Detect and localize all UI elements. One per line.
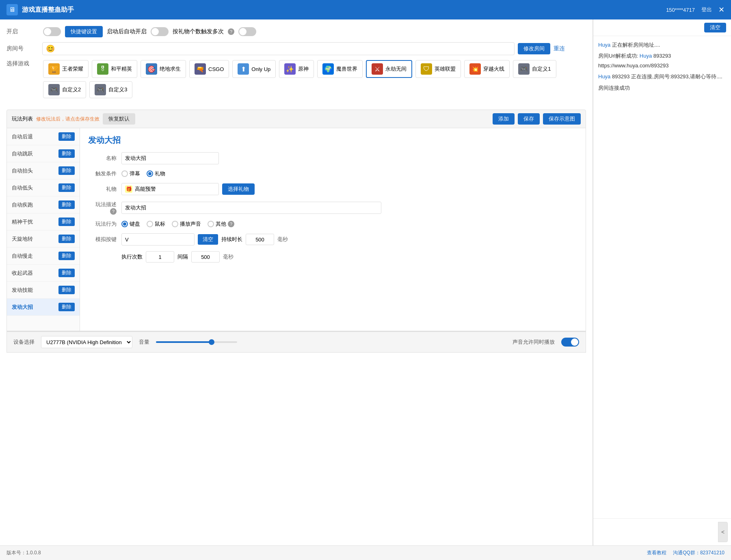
- clear-log-button[interactable]: 清空: [704, 23, 726, 32]
- behavior-keyboard-dot[interactable]: [121, 221, 128, 227]
- collapse-panel-button[interactable]: <: [718, 522, 728, 542]
- gift-icon: 🎁: [125, 185, 132, 193]
- auto-open-toggle[interactable]: [151, 27, 169, 36]
- delete-autosprint-button[interactable]: 删除: [58, 200, 75, 209]
- select-gift-button[interactable]: 选择礼物: [222, 183, 255, 195]
- delete-autowalk-button[interactable]: 删除: [58, 252, 75, 260]
- interval-unit: 毫秒: [223, 253, 234, 261]
- game-icon-csgo: 🔫: [195, 63, 206, 75]
- clear-key-button[interactable]: 清空: [198, 234, 218, 245]
- delete-autojump-button[interactable]: 删除: [58, 149, 75, 158]
- save-play-button[interactable]: 保存: [518, 113, 540, 125]
- interval-input[interactable]: [191, 251, 220, 263]
- hotkey-settings-button[interactable]: 快捷键设置: [65, 26, 103, 37]
- list-item-autolookup[interactable]: 自动抬头 删除: [7, 162, 80, 179]
- qq-group-link[interactable]: 沟通QQ群：823741210: [673, 549, 725, 556]
- desc-input[interactable]: [121, 202, 381, 214]
- volume-slider[interactable]: [156, 341, 237, 343]
- list-item-skill[interactable]: 发动技能 删除: [7, 282, 80, 299]
- room-input-display[interactable]: 😊: [42, 42, 515, 55]
- gift-trigger-help-icon[interactable]: ?: [228, 28, 234, 35]
- restore-default-button[interactable]: 恢复默认: [103, 113, 135, 125]
- close-button[interactable]: ✕: [718, 5, 725, 14]
- delete-autoback-button[interactable]: 删除: [58, 132, 75, 141]
- delete-skill-button[interactable]: 删除: [58, 286, 75, 294]
- list-item-putaway[interactable]: 收起武器 删除: [7, 265, 80, 282]
- game-item-onlyup[interactable]: ⬆ Only Up: [232, 60, 276, 78]
- log-line-4: 房间连接成功: [598, 83, 726, 93]
- gift-trigger-label: 按礼物个数触发多次: [173, 28, 224, 35]
- logout-button[interactable]: 登出: [701, 6, 712, 13]
- game-item-csgo[interactable]: 🔫 CSGO: [189, 60, 229, 78]
- list-item-autoback[interactable]: 自动后退 删除: [7, 128, 80, 145]
- open-label: 开启: [6, 28, 39, 35]
- key-input[interactable]: [121, 233, 195, 246]
- behavior-other[interactable]: 其他 ?: [208, 220, 234, 228]
- game-name-cf: 穿越火线: [483, 65, 504, 73]
- game-item-heping[interactable]: 🎖 和平精英: [92, 60, 137, 78]
- game-item-custom1[interactable]: 🎮 自定义1: [513, 60, 556, 78]
- behavior-other-dot[interactable]: [208, 221, 214, 227]
- add-play-button[interactable]: 添加: [493, 113, 515, 125]
- list-item-mentalattack[interactable]: 精神干扰 删除: [7, 213, 80, 230]
- game-item-wangzhe[interactable]: 🏆 王者荣耀: [43, 60, 89, 78]
- list-item-autosprint[interactable]: 自动疾跑 删除: [7, 196, 80, 213]
- game-item-cf[interactable]: 💥 穿越火线: [464, 60, 510, 78]
- delete-mentalattack-button[interactable]: 删除: [58, 218, 75, 226]
- list-item-autowalk[interactable]: 自动慢走 删除: [7, 248, 80, 265]
- game-item-yongjie[interactable]: ⚔ 永劫无间: [366, 60, 412, 78]
- delete-autolookup-button[interactable]: 删除: [58, 166, 75, 175]
- save-image-button[interactable]: 保存示意图: [543, 113, 581, 125]
- reconnect-button[interactable]: 重连: [554, 45, 586, 52]
- delete-putaway-button[interactable]: 删除: [58, 269, 75, 277]
- room-row: 房间号 😊 修改房间 重连: [6, 42, 586, 55]
- game-icon-custom1: 🎮: [518, 63, 530, 75]
- trigger-gift-dot[interactable]: [147, 170, 153, 177]
- gift-trigger-toggle[interactable]: [238, 27, 256, 36]
- delete-autolookdown-button[interactable]: 删除: [58, 183, 75, 192]
- game-item-custom3[interactable]: 🎮 自定义3: [89, 81, 132, 98]
- app-title: 游戏直播整蛊助手: [22, 6, 666, 14]
- slider-thumb[interactable]: [209, 339, 214, 345]
- behavior-mouse[interactable]: 鼠标: [147, 220, 165, 228]
- duration-input[interactable]: [246, 234, 274, 245]
- list-item-spin[interactable]: 天旋地转 删除: [7, 230, 80, 248]
- name-label: 名称: [88, 155, 117, 162]
- behavior-other-help-icon[interactable]: ?: [228, 221, 234, 227]
- behavior-mouse-dot[interactable]: [147, 221, 153, 227]
- allow-simultaneous-toggle[interactable]: [561, 338, 579, 347]
- title-bar: 🖥 游戏直播整蛊助手 150****4717 登出 ✕: [0, 0, 731, 19]
- game-item-yuanshen[interactable]: ✨ 原神: [279, 60, 314, 78]
- game-item-jueди[interactable]: 🎯 绝地求生: [141, 60, 186, 78]
- list-item-name-skill: 发动技能: [12, 286, 33, 294]
- list-item-ultimate[interactable]: 发动大招 删除: [7, 299, 80, 316]
- list-item-autolookdown[interactable]: 自动低头 删除: [7, 179, 80, 196]
- game-select-grid: 🏆 王者荣耀 🎖 和平精英 🎯 绝地求生 🔫 CSGO ⬆ Only: [43, 60, 586, 98]
- trigger-gift[interactable]: 礼物: [147, 170, 165, 177]
- trigger-danmu-dot[interactable]: [121, 170, 128, 177]
- name-input[interactable]: [121, 152, 219, 164]
- version-label: 版本号：1.0.0.8: [6, 549, 41, 556]
- desc-help-icon[interactable]: ?: [110, 208, 117, 215]
- behavior-label: 玩法行为: [88, 220, 117, 228]
- game-item-moshou[interactable]: 🌍 魔兽世界: [317, 60, 363, 78]
- behavior-sound-dot[interactable]: [172, 221, 178, 227]
- trigger-danmu-label: 弹幕: [130, 170, 140, 177]
- game-name-csgo: CSGO: [208, 66, 224, 72]
- modify-room-button[interactable]: 修改房间: [518, 43, 550, 54]
- trigger-danmu[interactable]: 弹幕: [121, 170, 140, 177]
- delete-ultimate-button[interactable]: 删除: [58, 303, 75, 311]
- game-item-custom2[interactable]: 🎮 自定义2: [43, 81, 86, 98]
- game-item-lol[interactable]: 🛡 英雄联盟: [415, 60, 461, 78]
- game-icon-wangzhe: 🏆: [48, 63, 60, 75]
- list-item-name-putaway: 收起武器: [12, 269, 33, 277]
- exec-count-input[interactable]: [146, 251, 174, 263]
- behavior-keyboard[interactable]: 键盘: [121, 220, 140, 228]
- list-item-autojump[interactable]: 自动跳跃 删除: [7, 145, 80, 162]
- device-select[interactable]: U2777B (NVIDIA High Definition: [41, 336, 132, 348]
- delete-spin-button[interactable]: 删除: [58, 235, 75, 243]
- open-toggle[interactable]: [43, 27, 61, 36]
- tutorial-link[interactable]: 查看教程: [647, 549, 666, 556]
- list-item-name-autolookdown: 自动低头: [12, 184, 33, 192]
- behavior-sound[interactable]: 播放声音: [172, 220, 201, 228]
